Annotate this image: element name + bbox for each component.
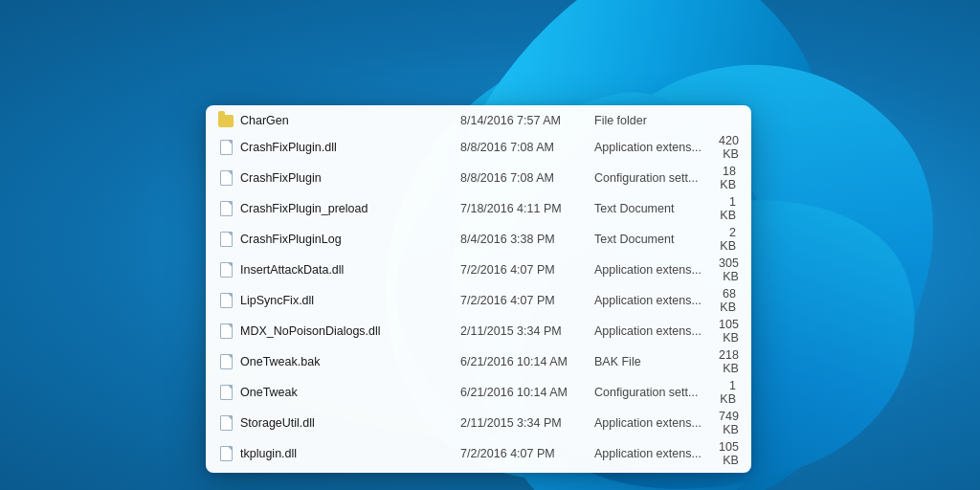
file-type: Application extens... — [594, 416, 719, 430]
file-icon — [217, 445, 234, 462]
file-date: 7/2/2016 4:07 PM — [460, 294, 594, 307]
file-type: Application extens... — [594, 324, 719, 338]
file-icon — [217, 384, 234, 401]
file-size: 68 KB — [719, 287, 736, 314]
file-date: 6/21/2016 10:14 AM — [460, 386, 594, 399]
file-icon — [217, 292, 234, 309]
file-icon — [217, 261, 234, 278]
file-type: Application extens... — [594, 447, 719, 460]
file-date: 8/8/2016 7:08 AM — [460, 171, 594, 185]
file-date: 7/2/2016 4:07 PM — [460, 447, 594, 460]
file-icon — [217, 139, 234, 156]
file-name: MDX_NoPoisonDialogs.dll — [240, 324, 460, 338]
file-type: File folder — [594, 114, 719, 127]
file-size: 1 KB — [719, 195, 736, 222]
file-date: 8/14/2016 7:57 AM — [460, 114, 594, 127]
file-name: CrashFixPluginLog — [240, 233, 460, 246]
file-icon — [217, 169, 234, 187]
file-type: Application extens... — [594, 263, 719, 277]
file-size: 2 KB — [719, 226, 736, 253]
file-date: 8/8/2016 7:08 AM — [460, 141, 594, 154]
table-row[interactable]: CrashFixPlugin_preload7/18/2016 4:11 PMT… — [206, 193, 751, 224]
file-icon — [217, 200, 234, 217]
file-type: Configuration sett... — [594, 171, 719, 185]
file-icon — [217, 323, 234, 340]
file-name: InsertAttackData.dll — [240, 263, 460, 277]
file-date: 6/21/2016 10:14 AM — [460, 355, 594, 368]
file-icon — [217, 231, 234, 248]
table-row[interactable]: CrashFixPlugin.dll8/8/2016 7:08 AMApplic… — [206, 132, 751, 163]
file-size: 105 KB — [719, 318, 739, 345]
table-row[interactable]: InsertAttackData.dll7/2/2016 4:07 PMAppl… — [206, 255, 751, 285]
folder-icon — [217, 112, 234, 129]
file-size: 749 KB — [719, 410, 739, 436]
file-icon — [217, 353, 234, 370]
file-name: OneTweak.bak — [240, 355, 460, 368]
file-icon — [217, 414, 234, 432]
file-size: 218 KB — [719, 348, 739, 375]
file-type: Text Document — [594, 233, 719, 246]
file-type: BAK File — [594, 355, 719, 368]
file-name: OneTweak — [240, 386, 460, 399]
table-row[interactable]: StorageUtil.dll2/11/2015 3:34 PMApplicat… — [206, 408, 751, 438]
file-date: 7/2/2016 4:07 PM — [460, 263, 594, 277]
table-row[interactable]: CrashFixPluginLog8/4/2016 3:38 PMText Do… — [206, 224, 751, 255]
file-name: CrashFixPlugin — [240, 171, 460, 185]
file-type: Configuration sett... — [594, 386, 719, 399]
table-row[interactable]: LipSyncFix.dll7/2/2016 4:07 PMApplicatio… — [206, 285, 751, 316]
table-row[interactable]: tkplugin.dll7/2/2016 4:07 PMApplication … — [206, 438, 751, 469]
file-size: 105 KB — [719, 440, 739, 467]
file-size: 18 KB — [719, 165, 736, 191]
table-row[interactable]: OneTweak6/21/2016 10:14 AMConfiguration … — [206, 377, 751, 408]
file-date: 7/18/2016 4:11 PM — [460, 202, 594, 215]
file-name: CrashFixPlugin.dll — [240, 141, 460, 154]
file-name: CharGen — [240, 114, 460, 127]
file-size: 305 KB — [719, 256, 739, 283]
table-row[interactable]: OneTweak.bak6/21/2016 10:14 AMBAK File21… — [206, 346, 751, 377]
explorer-panel: CharGen8/14/2016 7:57 AMFile folderCrash… — [206, 105, 751, 473]
file-type: Application extens... — [594, 294, 719, 307]
table-row[interactable]: CharGen8/14/2016 7:57 AMFile folder — [206, 109, 751, 132]
file-date: 2/11/2015 3:34 PM — [460, 324, 594, 338]
file-date: 2/11/2015 3:34 PM — [460, 416, 594, 430]
table-row[interactable]: MDX_NoPoisonDialogs.dll2/11/2015 3:34 PM… — [206, 316, 751, 346]
file-date: 8/4/2016 3:38 PM — [460, 233, 594, 246]
file-size: 420 KB — [719, 134, 739, 161]
file-name: CrashFixPlugin_preload — [240, 202, 460, 215]
file-name: tkplugin.dll — [240, 447, 460, 460]
table-row[interactable]: CrashFixPlugin8/8/2016 7:08 AMConfigurat… — [206, 163, 751, 193]
file-name: StorageUtil.dll — [240, 416, 460, 430]
file-type: Application extens... — [594, 141, 719, 154]
file-type: Text Document — [594, 202, 719, 215]
file-size: 1 KB — [719, 379, 736, 406]
file-name: LipSyncFix.dll — [240, 294, 460, 307]
